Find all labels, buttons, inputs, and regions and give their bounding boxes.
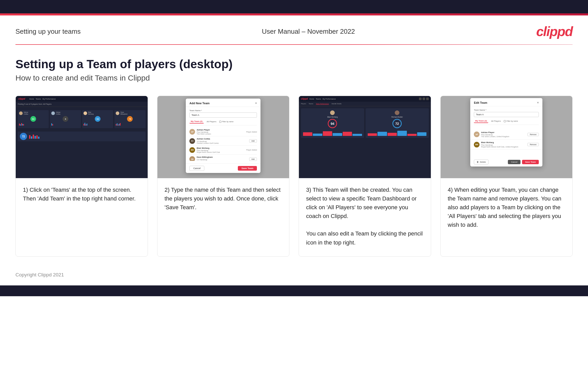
player-info: Dave Billingham 5.5 Handicap The Dog Mag…: [197, 156, 218, 161]
pcm-bar: [118, 125, 119, 126]
save-team-edit-button[interactable]: Save Team: [522, 160, 539, 164]
edit-player-club-2: Royal North Devon Golf Club, United King…: [481, 146, 518, 148]
ss1-bottom: 72: [16, 130, 148, 143]
edit-modal-body: Team Name * Team A My Team (2) All Playe…: [470, 106, 542, 129]
delete-button[interactable]: 🗑 Delete: [474, 160, 489, 164]
footer: Copyright Clippd 2021: [0, 267, 588, 285]
ss3-nav-bar: clippd Home Teams My Performance: [299, 96, 431, 102]
player-row-left: AP Adrian Player Plus Handicap The Shire…: [189, 129, 211, 135]
edit-modal-header: Edit Team ×: [470, 98, 542, 106]
bpc-bar: [33, 135, 34, 139]
card-3-text: 3) This Team will then be created. You c…: [299, 178, 431, 256]
player-detail: Plus Handicap: [197, 131, 211, 133]
tab-my-team[interactable]: My Team (2): [189, 120, 204, 124]
ss3-subnav-performance: Team Performance: [316, 103, 329, 105]
modal-close-icon[interactable]: ×: [255, 101, 257, 105]
edit-modal-action-group: Cancel Save Team: [508, 160, 539, 164]
pcm-score-2: 0: [63, 116, 68, 122]
pcm-avatar-3: [83, 111, 87, 115]
tsc-avatar-2: [395, 110, 399, 115]
remove-player-button-2[interactable]: Remove: [527, 143, 539, 146]
pcm-score-1: 84: [30, 116, 36, 122]
pcm-bars-4: [116, 123, 144, 126]
edit-player-row-2: BM Blair McHarg Plus Handicap Royal Nort…: [470, 139, 542, 150]
tsc-bars-2: [368, 130, 427, 136]
tsc-bar: [313, 134, 322, 136]
player-row: AC Adrian Coliba 15 Handicap Central Lon…: [189, 136, 257, 145]
modal-title: Add New Team: [189, 102, 209, 105]
edit-player-row-1: AP Adrian Player Plus Handicap The Shire…: [470, 129, 542, 139]
tab-my-team-edit[interactable]: My Team (2): [474, 119, 488, 123]
player-row-left-2: BM Blair McHarg Plus Handicap Royal Nort…: [474, 141, 518, 147]
cancel-button[interactable]: Cancel: [189, 166, 204, 171]
card-3-screenshot: clippd Home Teams My Performance Players…: [299, 96, 431, 178]
filter-checkbox-edit[interactable]: [504, 120, 506, 122]
player-row-left: BM Blair McHarg Plus Handicap Royal Nort…: [189, 147, 220, 153]
team-name-input[interactable]: Team A: [189, 112, 257, 118]
header-section: Setting up your teams: [15, 28, 81, 36]
ss3-icons: [419, 98, 429, 100]
edit-team-name-input[interactable]: Team A: [474, 112, 539, 117]
pcm-bar: [116, 124, 116, 126]
edit-team-modal: Edit Team × Team Name * Team A My Team (…: [470, 98, 542, 167]
player-row-left: DB Dave Billingham 5.5 Handicap The Dog …: [189, 156, 218, 161]
cards-grid: clippd Home Teams My Performance Finding…: [15, 96, 573, 257]
edit-player-detail-1: Plus Handicap: [481, 134, 509, 136]
pcm-header-3: BlairMcHarg: [83, 111, 112, 115]
tab-all-players-edit[interactable]: All Players: [490, 119, 502, 123]
add-player-button[interactable]: Add: [249, 139, 257, 143]
save-team-button[interactable]: Save Team: [238, 166, 257, 171]
cancel-edit-button[interactable]: Cancel: [508, 160, 520, 164]
edit-modal-close-icon[interactable]: ×: [537, 101, 539, 104]
pcm-header-2: AdrianColiba: [51, 111, 80, 115]
edit-player-info-2: Blair McHarg Plus Handicap Royal North D…: [481, 141, 518, 147]
card-2-screenshot: Add New Team × Team Name * Team A My Tea…: [157, 96, 289, 178]
pcm-bars-1: [19, 123, 47, 126]
pcm-name-2: AdrianColiba: [56, 111, 60, 115]
pcm-bar: [19, 124, 20, 126]
bottom-bar: [0, 285, 588, 296]
ss1-subtitle: Finding 5 out of 5 players from: All Pla…: [16, 102, 148, 107]
card-2-text: 2) Type the name of this Team and then s…: [157, 178, 289, 256]
ss3-subnav-settings: Handle Details: [331, 103, 341, 105]
logo: clippd: [536, 24, 573, 39]
pcm-bar: [83, 124, 84, 126]
add-player-button[interactable]: Add: [249, 158, 257, 161]
bpc-bar: [36, 135, 38, 139]
tsc-name-1: Blair McHarg: [327, 116, 338, 118]
pcm-header-4: DaveBillingham: [116, 111, 144, 115]
bpc-bar: [31, 136, 32, 139]
pcm-avatar-2: [51, 111, 55, 115]
pcm-bar: [22, 124, 23, 126]
tsc-bar: [333, 133, 342, 136]
ss1-big-player: 72: [18, 132, 146, 141]
tsc-bar: [377, 132, 387, 136]
modal-tabs: My Team (2) All Players Filter by name: [189, 120, 257, 125]
tsc-bar: [303, 132, 312, 136]
player-added-label: Player Added: [246, 149, 257, 151]
edit-player-name-2: Blair McHarg: [481, 141, 518, 144]
pcm-bar: [52, 124, 53, 126]
edit-player-name-1: Adrian Player: [481, 131, 509, 134]
tsc-avatar-1: [330, 110, 335, 115]
tsc-bar: [397, 131, 407, 136]
delete-label: Delete: [480, 161, 486, 163]
player-name: Dave Billingham: [197, 156, 218, 159]
player-avatar: AC: [189, 138, 195, 144]
card-2: Add New Team × Team Name * Team A My Tea…: [157, 96, 290, 257]
tsc-bar: [352, 134, 362, 136]
pcm-name-3: BlairMcHarg: [88, 111, 94, 115]
modal-header: Add New Team ×: [186, 99, 261, 107]
player-info: Adrian Coliba 15 Handicap Central London…: [197, 138, 219, 144]
remove-player-button-1[interactable]: Remove: [527, 133, 539, 136]
ss3-logo: clippd: [301, 98, 308, 100]
ss1-player-grid: AdrianColiba 84: [16, 108, 148, 130]
filter-checkbox[interactable]: [219, 121, 221, 123]
ss1-dashboard: clippd Home Teams My Performance Finding…: [16, 96, 148, 178]
pcm-score-3: 94: [95, 116, 100, 122]
ss2-modal-bg: Add New Team × Team Name * Team A My Tea…: [157, 96, 289, 178]
pcm-name-1: AdrianColiba: [24, 111, 28, 115]
card-1: clippd Home Teams My Performance Finding…: [15, 96, 148, 257]
tab-all-players[interactable]: All Players: [205, 120, 218, 123]
player-added-label: Player Added: [246, 131, 257, 133]
